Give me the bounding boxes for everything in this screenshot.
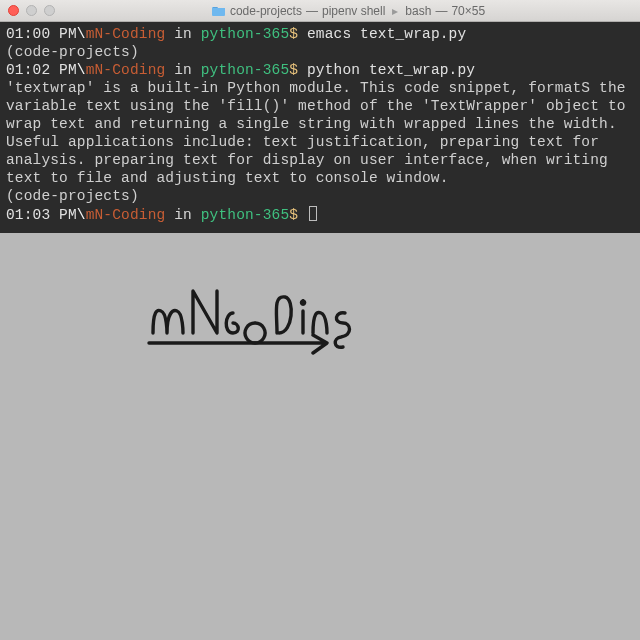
title-dimensions: 70×55 <box>451 4 485 18</box>
prompt-time: 01:00 PM <box>6 26 77 42</box>
prompt-dollar: $ <box>289 62 298 78</box>
venv-line: (code-projects) <box>6 188 139 204</box>
terminal-pane[interactable]: 01:00 PM\mN-Coding in python-365$ emacs … <box>0 22 640 233</box>
title-shell: bash <box>405 4 431 18</box>
terminal-cursor <box>309 206 317 221</box>
prompt-dollar: $ <box>289 207 298 223</box>
title-dash2: — <box>435 4 447 18</box>
mncoding-logo <box>145 283 365 373</box>
close-window-button[interactable] <box>8 5 19 16</box>
prompt-in: in <box>174 62 192 78</box>
window-titlebar: code-projects — pipenv shell ▸ bash — 70… <box>0 0 640 22</box>
prompt-env: python-365 <box>201 62 290 78</box>
prompt-time: 01:02 PM <box>6 62 77 78</box>
window-title: code-projects — pipenv shell ▸ bash — 70… <box>65 4 632 18</box>
prompt-command: emacs text_wrap.py <box>307 26 466 42</box>
program-output: 'textwrap' is a built-in Python module. … <box>6 80 634 186</box>
prompt-env: python-365 <box>201 26 290 42</box>
zoom-window-button[interactable] <box>44 5 55 16</box>
prompt-slash: \ <box>77 207 86 223</box>
prompt-dollar: $ <box>289 26 298 42</box>
prompt-user: mN-Coding <box>86 62 166 78</box>
prompt-command: python text_wrap.py <box>307 62 475 78</box>
prompt-env: python-365 <box>201 207 290 223</box>
minimize-window-button[interactable] <box>26 5 37 16</box>
desktop-background <box>0 233 640 613</box>
prompt-slash: \ <box>77 62 86 78</box>
title-process: pipenv shell <box>322 4 385 18</box>
venv-line: (code-projects) <box>6 44 139 60</box>
traffic-lights <box>8 5 55 16</box>
prompt-slash: \ <box>77 26 86 42</box>
chevron-right-icon: ▸ <box>392 4 398 18</box>
prompt-in: in <box>174 26 192 42</box>
prompt-in: in <box>174 207 192 223</box>
title-folder: code-projects <box>230 4 302 18</box>
folder-icon <box>212 5 226 16</box>
prompt-user: mN-Coding <box>86 26 166 42</box>
prompt-user: mN-Coding <box>86 207 166 223</box>
title-dash: — <box>306 4 318 18</box>
prompt-time: 01:03 PM <box>6 207 77 223</box>
